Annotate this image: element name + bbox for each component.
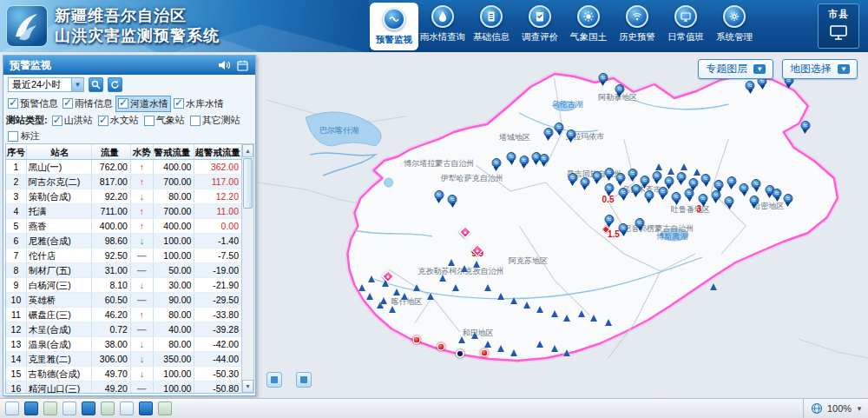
station-type-山洪站[interactable]: 山洪站: [50, 113, 95, 128]
hydro-station-pin-icon[interactable]: ≈: [800, 121, 810, 130]
hydro-station-pin-icon[interactable]: ≈: [727, 176, 736, 186]
hydro-station-pin-icon[interactable]: ≈: [507, 152, 516, 162]
column-header-水势[interactable]: 水势: [131, 144, 154, 159]
legend-button[interactable]: [296, 372, 312, 388]
column-header-流量[interactable]: 流量: [92, 144, 131, 159]
flood-station-triangle-icon[interactable]: [473, 261, 480, 268]
filter-预警信息[interactable]: 预警信息: [6, 96, 60, 111]
flood-station-triangle-icon[interactable]: [523, 302, 530, 309]
table-row[interactable]: 2阿吉尔克(二)817.00↑700.00117.00: [6, 175, 241, 189]
table-row[interactable]: 8制材厂(五)31.00—50.00-19.00: [6, 263, 241, 278]
taskbar-app-3-icon[interactable]: [43, 401, 57, 415]
table-row[interactable]: 7佗什店92.50—100.00-7.50: [6, 249, 241, 263]
hydro-station-pin-icon[interactable]: ≈: [539, 154, 549, 163]
flood-station-triangle-icon[interactable]: [710, 283, 717, 290]
flood-station-triangle-icon[interactable]: [401, 293, 408, 300]
hydro-station-pin-icon[interactable]: ≈: [749, 196, 759, 205]
speaker-icon[interactable]: [217, 58, 231, 72]
tab-历史预警[interactable]: 历史预警: [613, 0, 661, 52]
flood-station-triangle-icon[interactable]: [413, 284, 420, 291]
map-area[interactable]: 阿勒泰地区塔城地区克拉玛依市博尔塔拉蒙古自治州伊犁哈萨克自治州昌吉回族自治州乌鲁…: [258, 52, 868, 398]
checkbox-icon[interactable]: [98, 116, 108, 126]
flood-station-triangle-icon[interactable]: [393, 289, 400, 295]
hydro-station-pin-icon[interactable]: ≈: [619, 223, 628, 233]
flood-station-triangle-icon[interactable]: [452, 284, 459, 291]
table-row[interactable]: 9白杨河(三)8.10↓30.00-21.90: [6, 278, 241, 293]
column-header-超警戒流量[interactable]: 超警戒流量: [194, 144, 241, 159]
flood-station-triangle-icon[interactable]: [497, 345, 504, 352]
hydro-station-pin-icon[interactable]: ≈: [688, 178, 698, 188]
flood-station-triangle-icon[interactable]: [681, 163, 687, 170]
refresh-button[interactable]: [108, 77, 122, 92]
taskbar-app-8-icon[interactable]: [139, 401, 153, 415]
tab-系统管理[interactable]: 系统管理: [710, 0, 759, 52]
taskbar-app-2-icon[interactable]: [24, 401, 38, 415]
hydro-station-pin-icon[interactable]: ≈: [773, 189, 782, 198]
calendar-icon[interactable]: [235, 58, 249, 72]
hydro-station-pin-icon[interactable]: ≈: [619, 188, 628, 197]
table-row[interactable]: 1黑山(一)762.00↑400.00362.00: [6, 160, 241, 175]
hydro-station-pin-icon[interactable]: ≈: [448, 195, 457, 204]
checkbox-icon[interactable]: [118, 98, 128, 109]
flood-station-triangle-icon[interactable]: [439, 275, 446, 282]
hydro-station-pin-icon[interactable]: ≈: [580, 177, 589, 187]
selected-station-dot-icon[interactable]: [456, 349, 464, 358]
table-scrollbar[interactable]: ▲ ▼: [241, 143, 254, 394]
hydro-station-pin-icon[interactable]: ≈: [491, 158, 501, 168]
table-row[interactable]: 10英雄桥60.50—90.00-29.50: [6, 293, 241, 308]
taskbar-app-1-icon[interactable]: [5, 401, 19, 415]
region-select-button[interactable]: 市县: [818, 3, 859, 49]
hydro-station-pin-icon[interactable]: ≈: [664, 176, 674, 186]
alarm-dot-icon[interactable]: [480, 348, 488, 356]
taskbar-app-7-icon[interactable]: [120, 401, 134, 415]
flood-station-triangle-icon[interactable]: [605, 319, 612, 326]
hydro-station-pin-icon[interactable]: ≈: [615, 84, 624, 94]
hydro-station-pin-icon[interactable]: ≈: [752, 179, 761, 189]
flood-station-triangle-icon[interactable]: [510, 349, 517, 356]
flood-station-triangle-icon[interactable]: [551, 310, 558, 317]
hydro-station-pin-icon[interactable]: ≈: [746, 81, 755, 90]
flood-station-triangle-icon[interactable]: [536, 306, 543, 313]
flood-station-triangle-icon[interactable]: [368, 275, 375, 282]
hydro-station-pin-icon[interactable]: ≈: [783, 194, 792, 203]
checkbox-icon[interactable]: [190, 116, 201, 126]
taskbar-app-6-icon[interactable]: [101, 401, 115, 415]
hydro-station-pin-icon[interactable]: ≈: [714, 180, 724, 189]
filter-河道水情[interactable]: 河道水情: [115, 96, 171, 112]
column-header-序号[interactable]: 序号: [6, 144, 27, 159]
hydro-station-pin-icon[interactable]: ≈: [658, 187, 667, 196]
hydro-station-pin-icon[interactable]: ≈: [711, 190, 720, 200]
filter-水库水情[interactable]: 水库水情: [172, 96, 226, 111]
hydro-station-pin-icon[interactable]: ≈: [640, 176, 649, 185]
flood-station-triangle-icon[interactable]: [510, 297, 517, 304]
flood-station-triangle-icon[interactable]: [694, 169, 700, 176]
station-type-其它测站[interactable]: 其它测站: [188, 113, 242, 128]
flood-station-triangle-icon[interactable]: [427, 293, 434, 300]
hydro-station-pin-icon[interactable]: ≈: [701, 174, 711, 183]
flood-station-triangle-icon[interactable]: [471, 332, 478, 339]
table-row[interactable]: 5燕香400.00↑400.000.00: [6, 219, 241, 234]
theme-layer-button[interactable]: 专题图层 ▼: [698, 59, 773, 79]
hydro-station-pin-icon[interactable]: ≈: [604, 215, 614, 224]
basemap-select-button[interactable]: 地图选择 ▼: [782, 59, 858, 79]
flood-station-triangle-icon[interactable]: [551, 345, 558, 352]
hydro-station-pin-icon[interactable]: ≈: [631, 184, 641, 194]
table-row[interactable]: 15吉勒德(合成)49.70↓100.00-50.30: [6, 367, 241, 382]
annotation-checkbox[interactable]: [8, 131, 18, 142]
flood-station-triangle-icon[interactable]: [366, 293, 373, 300]
table-row[interactable]: 3策勒(合成)92.20↓80.0012.20: [6, 189, 241, 204]
flood-station-triangle-icon[interactable]: [458, 336, 465, 343]
hydro-station-pin-icon[interactable]: ≈: [555, 123, 564, 132]
hydro-station-pin-icon[interactable]: ≈: [604, 168, 614, 177]
query-button[interactable]: [89, 77, 103, 92]
tab-预警监视[interactable]: 预警监视: [370, 3, 418, 50]
hydro-station-pin-icon[interactable]: ≈: [725, 196, 734, 206]
hydro-station-pin-icon[interactable]: ≈: [644, 190, 654, 200]
time-range-select[interactable]: 最近24小时 ▼: [8, 77, 84, 92]
checkbox-icon[interactable]: [144, 116, 155, 126]
hydro-station-pin-icon[interactable]: ≈: [519, 156, 529, 165]
scroll-up-button[interactable]: ▲: [242, 144, 253, 157]
checkbox-icon[interactable]: [174, 98, 184, 109]
taskbar-app-5-icon[interactable]: [82, 401, 95, 415]
flood-station-triangle-icon[interactable]: [590, 315, 597, 322]
